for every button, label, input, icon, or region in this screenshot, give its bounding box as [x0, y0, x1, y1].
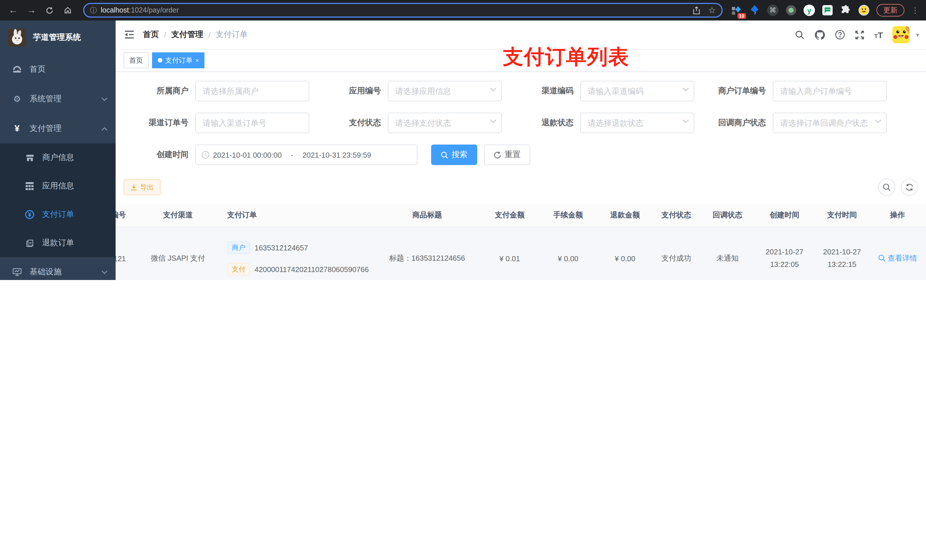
- refresh-icon: [494, 151, 501, 158]
- tag-assistant-extension-icon[interactable]: 10: [731, 5, 742, 16]
- export-button[interactable]: 导出: [124, 179, 160, 195]
- channel-order-no-filter-field[interactable]: [195, 113, 309, 133]
- search-icon: [883, 183, 891, 191]
- breadcrumb-home[interactable]: 首页: [143, 30, 159, 40]
- shop-icon: [25, 153, 34, 162]
- cell-notify: 未通知: [703, 227, 752, 280]
- notify-status-filter-label: 回调商户状态: [701, 118, 773, 128]
- browser-back-button[interactable]: ←: [6, 3, 21, 18]
- create-time-filter-label: 创建时间: [124, 150, 195, 160]
- sidebar-menu: 首页 ⚙ 系统管理 ¥ 支付管理: [0, 54, 116, 280]
- sidebar-item-system[interactable]: ⚙ 系统管理: [0, 84, 116, 114]
- download-icon: [130, 184, 137, 191]
- sidebar-item-app-info[interactable]: 应用信息: [0, 172, 116, 200]
- col-paid: 支付时间: [817, 204, 867, 227]
- sidebar-collapse-button[interactable]: [116, 21, 143, 49]
- y-extension-icon[interactable]: y: [803, 5, 815, 16]
- view-detail-link[interactable]: 查看详情: [878, 253, 917, 264]
- tab-pay-order[interactable]: 支付订单 ×: [152, 52, 205, 68]
- header-search-icon[interactable]: [795, 30, 805, 39]
- command-extension-icon[interactable]: ⌘: [767, 5, 779, 16]
- channel-order-no-filter-input[interactable]: [195, 113, 309, 133]
- pay-order-no: 4200001174202110278060590766: [254, 265, 369, 273]
- grid-icon: [25, 181, 34, 191]
- sidebar-item-pay-order[interactable]: 支付订单: [0, 200, 116, 229]
- font-size-icon[interactable]: TT: [874, 30, 883, 39]
- cell-refund: ¥ 0.00: [601, 227, 649, 280]
- col-action: 操作: [867, 204, 926, 227]
- breadcrumb-pay[interactable]: 支付管理: [171, 30, 203, 40]
- pay-status-filter-label: 支付状态: [316, 118, 388, 128]
- sidebar-item-home[interactable]: 首页: [0, 54, 116, 84]
- browser-forward-button[interactable]: →: [24, 3, 39, 18]
- chat-extension-icon[interactable]: [822, 5, 833, 16]
- close-tab-icon[interactable]: ×: [195, 57, 199, 63]
- merchant-tag: 商户: [227, 241, 250, 254]
- refresh-table-button[interactable]: [901, 179, 918, 196]
- sidebar-item-merchant-info[interactable]: 商户信息: [0, 143, 116, 172]
- col-notify: 回调状态: [703, 204, 752, 227]
- fullscreen-icon[interactable]: [855, 30, 864, 39]
- browser-reload-button[interactable]: [42, 3, 57, 18]
- search-button[interactable]: 搜索: [431, 145, 477, 165]
- sidebar-logo-row[interactable]: 芋道管理系统: [0, 21, 116, 54]
- annotation-title: 支付订单列表: [503, 43, 629, 71]
- breadcrumb-separator: /: [164, 30, 166, 39]
- avatar-caret-icon[interactable]: ▾: [916, 31, 919, 38]
- gear-icon: ⚙: [12, 95, 22, 104]
- sidebar-item-refund-order[interactable]: 退款订单: [0, 229, 116, 257]
- app-no-filter-field[interactable]: [388, 81, 502, 101]
- col-order: 支付订单: [222, 204, 370, 227]
- pay-tag: 支付: [227, 263, 250, 275]
- emoji-extension-icon[interactable]: [858, 5, 870, 16]
- reset-button[interactable]: 重置: [484, 145, 530, 165]
- help-icon[interactable]: [835, 30, 845, 40]
- merchant-order-no-filter-label: 商户订单编号: [701, 86, 773, 96]
- pay-status-filter-select[interactable]: [388, 113, 502, 133]
- toggle-search-button[interactable]: [878, 179, 895, 196]
- github-icon[interactable]: [814, 29, 825, 40]
- channel-code-filter-select[interactable]: [580, 81, 694, 101]
- kite-extension-icon[interactable]: [749, 5, 760, 16]
- reload-icon: [45, 6, 53, 15]
- bookmark-star-icon[interactable]: ☆: [708, 5, 716, 15]
- app-no-filter-select[interactable]: [388, 81, 502, 101]
- browser-home-button[interactable]: [61, 3, 75, 18]
- merchant-order-no-filter-field[interactable]: [773, 81, 887, 101]
- yen-icon: ¥: [12, 124, 22, 133]
- col-status: 支付状态: [649, 204, 703, 227]
- url-bar[interactable]: ⓘ localhost:1024/pay/order ☆: [83, 3, 723, 18]
- channel-code-filter-label: 渠道编码: [508, 86, 580, 96]
- col-amount: 支付金额: [484, 204, 535, 227]
- notify-status-filter-select[interactable]: [773, 113, 887, 133]
- merchant-filter-input[interactable]: [195, 81, 309, 101]
- browser-update-button[interactable]: 更新: [876, 4, 904, 17]
- range-start-value[interactable]: 2021-10-01 00:00:00: [213, 151, 281, 159]
- share-icon[interactable]: [692, 6, 700, 15]
- recorder-extension-icon[interactable]: [785, 5, 797, 16]
- main-area: 首页 / 支付管理 / 支付订单 TT: [116, 21, 926, 280]
- notify-status-filter-field[interactable]: [773, 113, 887, 133]
- channel-code-filter-field[interactable]: [580, 81, 694, 101]
- extensions-puzzle-icon[interactable]: [840, 5, 851, 16]
- sidebar-item-pay[interactable]: ¥ 支付管理: [0, 114, 116, 143]
- breadcrumb-separator: /: [209, 30, 211, 39]
- site-info-icon[interactable]: ⓘ: [90, 7, 97, 14]
- create-time-range-picker[interactable]: 2021-10-01 00:00:00 - 2021-10-31 23:59:5…: [195, 145, 418, 165]
- yen-circle-icon: [25, 210, 34, 219]
- active-tab-dot: [158, 58, 162, 63]
- merchant-filter-field[interactable]: [195, 81, 309, 101]
- sidebar-item-infra[interactable]: 基础设施: [0, 257, 116, 280]
- refund-status-filter-select[interactable]: [580, 113, 694, 133]
- browser-menu-icon[interactable]: ⋮: [911, 6, 919, 15]
- refund-status-filter-field[interactable]: [580, 113, 694, 133]
- table-row: 121 微信 JSAPI 支付 商户1635312124657 支付420000…: [100, 227, 926, 280]
- pay-status-filter-field[interactable]: [388, 113, 502, 133]
- app-window: ← → ⓘ localhost:1024/pay/order ☆ 10: [0, 0, 926, 280]
- cell-created: 2021-10-2713:22:05: [752, 227, 817, 280]
- tab-home[interactable]: 首页: [124, 52, 149, 68]
- avatar[interactable]: [893, 26, 910, 43]
- col-fee: 手续金额: [535, 204, 601, 227]
- merchant-order-no-filter-input[interactable]: [773, 81, 887, 101]
- range-end-value[interactable]: 2021-10-31 23:59:59: [303, 151, 371, 159]
